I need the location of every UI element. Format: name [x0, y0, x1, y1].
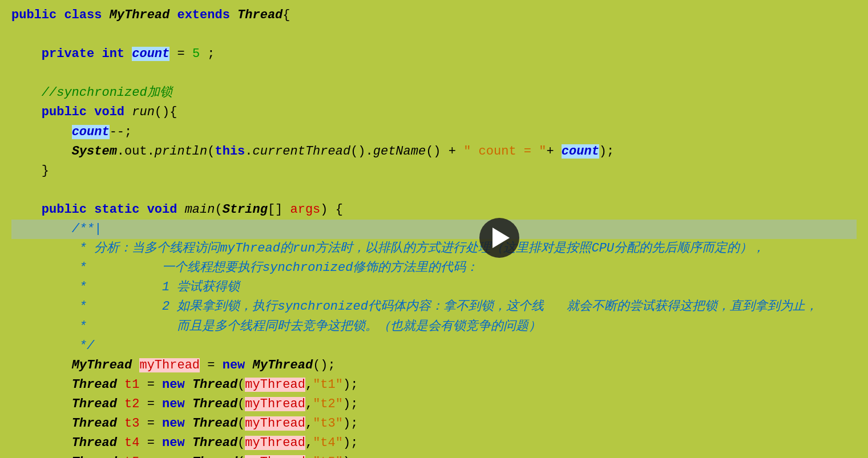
play-button[interactable] [479, 218, 519, 258]
code-line-17: * 而且是多个线程同时去竞争这把锁。（也就是会有锁竞争的问题） [11, 317, 857, 337]
code-line-4 [11, 64, 857, 83]
code-line-24: Thread t5 = new Thread(myThread,"t5"); [11, 453, 857, 458]
code-line-1: public class MyThread extends Thread{ [11, 6, 857, 25]
code-line-6: public void run(){ [11, 103, 857, 122]
code-line-22: Thread t3 = new Thread(myThread,"t3"); [11, 414, 857, 433]
code-line-7: count--; [11, 123, 857, 142]
code-line-11: public static void main(String[] args) { [11, 200, 857, 220]
code-line-19: MyThread myThread = new MyThread(); [11, 356, 857, 375]
code-line-21: Thread t2 = new Thread(myThread,"t2"); [11, 395, 857, 414]
code-line-3: private int count = 5 ; [11, 44, 857, 64]
code-editor: public class MyThread extends Thread{ pr… [0, 0, 868, 458]
play-icon [492, 228, 510, 248]
code-line-9: } [11, 161, 857, 181]
code-line-2 [11, 25, 857, 44]
code-line-13: * 分析：当多个线程访问myThread的run方法时，以排队的方式进行处理（这… [11, 239, 857, 258]
code-line-5: //synchronized加锁 [11, 83, 857, 103]
code-line-18: */ [11, 337, 857, 356]
code-line-15: * 1 尝试获得锁 [11, 278, 857, 297]
code-line-16: * 2 如果拿到锁，执行synchronized代码体内容：拿不到锁，这个线xx… [11, 297, 857, 317]
code-line-10 [11, 181, 857, 200]
code-line-12: /**| [11, 220, 857, 239]
code-line-23: Thread t4 = new Thread(myThread,"t4"); [11, 433, 857, 453]
code-line-14: * 一个线程想要执行synchronized修饰的方法里的代码： [11, 258, 857, 278]
code-line-20: Thread t1 = new Thread(myThread,"t1"); [11, 375, 857, 395]
code-line-8: System.out.println(this.currentThread().… [11, 142, 857, 161]
